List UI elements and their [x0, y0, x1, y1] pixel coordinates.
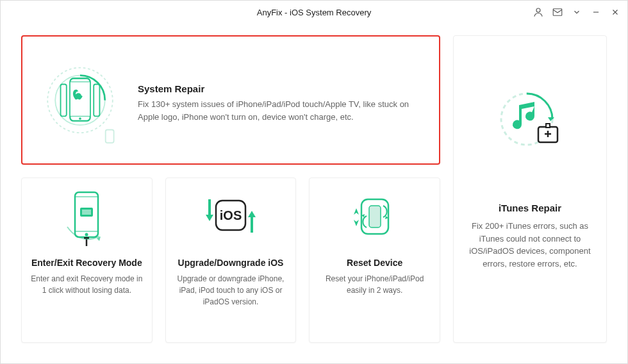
minimize-button[interactable] [590, 6, 602, 18]
svg-rect-20 [369, 206, 381, 228]
svg-rect-14 [82, 210, 91, 215]
card-desc: Reset your iPhone/iPad/iPod easily in 2 … [318, 273, 431, 296]
card-title: Reset Device [347, 258, 402, 268]
card-desc: Enter and exit Recovery mode in 1 click … [31, 273, 143, 296]
system-repair-text: System Repair Fix 130+ system issues of … [138, 83, 420, 123]
card-title: Upgrade/Downgrade iOS [178, 258, 284, 268]
recovery-mode-card[interactable]: Enter/Exit Recovery Mode Enter and exit … [21, 178, 153, 343]
app-window: AnyFix - iOS System Recovery [0, 0, 628, 364]
card-desc: Upgrade or downgrade iPhone, iPad, iPod … [175, 273, 287, 308]
titlebar-controls [533, 1, 621, 24]
account-icon[interactable] [533, 6, 544, 18]
svg-rect-23 [546, 124, 550, 128]
system-repair-card[interactable]: System Repair Fix 130+ system issues of … [21, 35, 440, 165]
svg-rect-1 [553, 9, 562, 16]
svg-point-12 [85, 233, 88, 236]
card-title: iTunes Repair [499, 203, 561, 213]
window-title: AnyFix - iOS System Recovery [257, 8, 371, 17]
left-column: System Repair Fix 130+ system issues of … [21, 35, 440, 343]
main-content: System Repair Fix 130+ system issues of … [1, 24, 627, 363]
svg-rect-4 [61, 84, 67, 116]
svg-rect-5 [94, 84, 99, 116]
svg-rect-9 [106, 130, 114, 143]
upgrade-downgrade-icon: iOS [175, 188, 287, 246]
mail-icon[interactable] [552, 6, 563, 18]
system-repair-icon [42, 58, 119, 148]
bottom-row: Enter/Exit Recovery Mode Enter and exit … [21, 178, 440, 343]
upgrade-downgrade-card[interactable]: iOS Upgrade/Downgrade iOS Upgrade or dow… [165, 178, 297, 343]
card-desc: Fix 130+ system issues of iPhone/iPad/iP… [138, 98, 420, 123]
titlebar: AnyFix - iOS System Recovery [1, 1, 627, 24]
recovery-mode-icon [31, 188, 143, 246]
card-desc: Fix 200+ iTunes errors, such as iTunes c… [464, 220, 596, 270]
close-button[interactable] [609, 6, 621, 18]
svg-point-8 [79, 117, 81, 120]
reset-device-icon [318, 188, 431, 246]
card-title: Enter/Exit Recovery Mode [31, 258, 142, 268]
svg-text:iOS: iOS [220, 208, 242, 222]
card-title: System Repair [138, 83, 420, 94]
reset-device-card[interactable]: Reset Device Reset your iPhone/iPad/iPod… [309, 178, 440, 343]
itunes-repair-card[interactable]: iTunes Repair Fix 200+ iTunes errors, su… [453, 35, 607, 343]
itunes-repair-icon [464, 55, 596, 190]
svg-point-0 [536, 8, 540, 12]
chevron-down-icon[interactable] [571, 6, 583, 18]
right-column: iTunes Repair Fix 200+ iTunes errors, su… [453, 35, 607, 343]
